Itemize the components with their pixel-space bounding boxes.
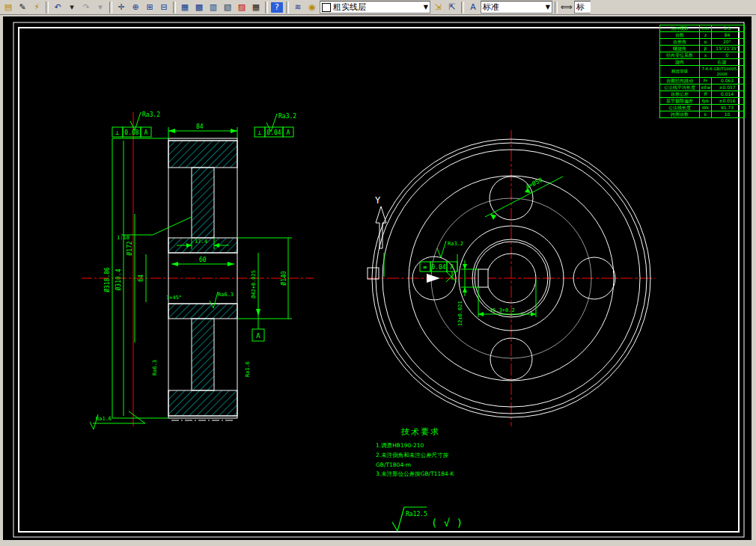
- param-name: 齿数: [660, 32, 699, 38]
- open-icon[interactable]: ▤: [1, 1, 15, 13]
- gdt-frame-left: ⊥ 0.08 A: [112, 127, 151, 137]
- ucs-origin-box: [368, 268, 379, 279]
- ra-keyway: Ra3.2: [448, 241, 463, 247]
- calculator-icon[interactable]: ▦: [249, 1, 263, 13]
- ra-web-right: Ra1.6: [245, 361, 251, 377]
- text-style-icon[interactable]: A: [466, 1, 480, 13]
- gdt-keyway-datum: A: [451, 264, 454, 271]
- dim-taper: 1:10: [117, 235, 129, 241]
- param-value: 0.014: [711, 91, 743, 97]
- param-symbol: fpb: [699, 98, 711, 104]
- toolbar-separator: [555, 1, 558, 13]
- param-value: 0.063: [711, 78, 743, 84]
- frame-settings-icon[interactable]: ▦: [178, 1, 192, 13]
- param-symbol: x: [699, 52, 711, 58]
- param-name: 旋向: [660, 59, 699, 65]
- undo-dropdown-icon[interactable]: ▾: [65, 1, 79, 13]
- param-name: 螺旋角: [660, 46, 699, 52]
- ra-top-left: Ra3.2: [142, 111, 160, 118]
- zoom-in-icon[interactable]: ⊕: [129, 1, 142, 13]
- gear-parameter-table: 法向模数mn3.5 齿数z84 齿形角α20° 螺旋角β15°21'35" 径向…: [659, 25, 745, 118]
- text-style-value: 标准: [483, 1, 499, 13]
- layers-icon[interactable]: ≋: [291, 1, 305, 13]
- dim-hub-length: 60: [199, 257, 207, 263]
- keyway: [478, 269, 488, 287]
- param-value: 10: [711, 111, 743, 117]
- plot-icon[interactable]: ▧: [221, 1, 234, 13]
- dim-keyway-depth: 45.3+0.2: [490, 307, 515, 313]
- param-name: 齿形公差: [660, 91, 699, 97]
- gdt-right-value: 0.04: [266, 129, 281, 136]
- tech-req-line: 3.未注形位公差按GB/T1184-K: [376, 470, 454, 478]
- toolbar-separator: [461, 1, 464, 13]
- dim-web: 17.4: [195, 239, 207, 245]
- undo-icon[interactable]: ↶: [51, 1, 64, 13]
- param-name: 跨测齿数: [660, 111, 699, 117]
- toolbar-separator: [109, 1, 112, 13]
- chevron-down-icon[interactable]: ▼: [419, 4, 428, 10]
- layer-prev-icon[interactable]: ⇱: [445, 1, 459, 13]
- param-symbol: z: [699, 32, 711, 38]
- dim-dia3: Ø172: [126, 241, 133, 255]
- param-name: 齿形角: [660, 39, 699, 45]
- param-name: 齿圈径向跳动: [660, 78, 699, 84]
- param-value: 0: [711, 52, 743, 58]
- param-value: ±0.057: [711, 85, 743, 91]
- title-bar-icon[interactable]: ▩: [192, 1, 206, 13]
- section-arrow: [427, 274, 440, 283]
- ra-web-left: Ra6.3: [152, 360, 158, 375]
- dim-style-combo[interactable]: 标: [574, 1, 591, 13]
- move-to-layer-icon[interactable]: ⇲: [431, 1, 445, 13]
- datum-a-box: A: [252, 329, 264, 341]
- ra-bore: Ra6.3: [218, 292, 234, 298]
- param-value: ±0.016: [711, 98, 743, 104]
- param-value: 右旋: [699, 59, 744, 65]
- param-bar-icon[interactable]: ▥: [207, 1, 220, 13]
- ucs-icon: Y: [368, 195, 386, 279]
- exit-icon[interactable]: ▨: [235, 1, 249, 13]
- chevron-down-icon[interactable]: ▼: [541, 4, 550, 10]
- keyway-gdt-frame: ≡ 0.04 A Ra3.2: [420, 241, 463, 280]
- left-chrome: [0, 16, 3, 540]
- text-style-combo[interactable]: 标准 ▼: [481, 1, 552, 13]
- param-name: 公法线平均长度: [660, 85, 699, 91]
- layer-color-chip: [322, 3, 331, 12]
- dim-dia-hub: Ø140: [280, 271, 287, 285]
- toolbar-separator: [46, 1, 49, 13]
- help-icon[interactable]: ?: [270, 1, 284, 13]
- tech-req-line: 2.未注倒角和未注公差尺寸按: [376, 452, 454, 459]
- param-value: 15°21'35": [711, 46, 743, 52]
- layer-combo[interactable]: 粗实线层 ▼: [320, 1, 430, 13]
- pan-icon[interactable]: ✛: [115, 1, 128, 13]
- match-prop-icon[interactable]: ⚡: [30, 1, 43, 13]
- redo-icon[interactable]: ↷: [79, 1, 93, 13]
- tech-requirements: 技术要求 1.调质HB190-210 2.未注倒角和未注公差尺寸按 GB/T18…: [376, 426, 454, 480]
- zoom-previous-icon[interactable]: ⊟: [157, 1, 171, 13]
- param-value: 3.5: [711, 25, 743, 31]
- axis-y-label: Y: [375, 195, 381, 206]
- dim-width: 84: [196, 123, 204, 130]
- tech-req-line: GB/T1804-m: [376, 461, 454, 468]
- gdt-left-symbol: ⊥: [116, 129, 120, 136]
- drawing-canvas[interactable]: 84 1:10 17.4 60 1×45° Ø318.86 Ø310.4 Ø17…: [3, 16, 752, 540]
- style-brush-icon[interactable]: ✎: [16, 1, 29, 13]
- circular-centerlines: [368, 130, 655, 426]
- gdt-right-symbol: ⊥: [258, 129, 262, 136]
- param-name: 公法线长度: [660, 105, 699, 111]
- dim-style-icon[interactable]: ⟺: [560, 1, 573, 13]
- param-value: 91.73: [711, 105, 743, 111]
- dim-keyway-width: 12±0.021: [457, 301, 463, 326]
- roughness-labels: Ra3.2 Ra3.2: [142, 111, 296, 120]
- param-name: 基节极限偏差: [660, 98, 699, 104]
- ra-general: Ra12.5: [406, 511, 427, 518]
- general-roughness-note: Ra12.5 ( √ ): [392, 507, 463, 531]
- zoom-window-icon[interactable]: ⊞: [143, 1, 156, 13]
- right-chrome: [752, 16, 756, 540]
- toolbar-separator: [173, 1, 176, 13]
- gdt-keyway-symbol: ≡: [424, 264, 427, 271]
- layer-on-icon[interactable]: ◉: [305, 1, 319, 13]
- redo-dropdown-icon[interactable]: ▾: [94, 1, 107, 13]
- toolbar-separator: [265, 1, 268, 13]
- gdt-left-value: 0.08: [124, 129, 138, 136]
- dim-bore: Ø42+0.025: [251, 270, 257, 298]
